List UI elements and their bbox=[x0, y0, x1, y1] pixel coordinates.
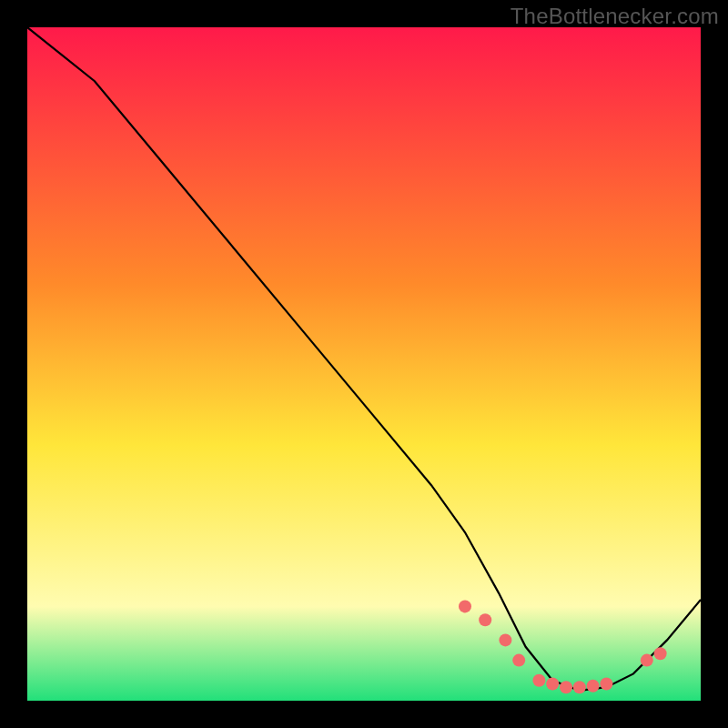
data-point bbox=[532, 674, 545, 687]
data-point bbox=[600, 678, 612, 691]
data-point bbox=[560, 681, 572, 693]
watermark-text: TheBottlenecker.com bbox=[511, 4, 719, 29]
data-point bbox=[546, 678, 559, 691]
data-point bbox=[459, 600, 471, 612]
gradient-background bbox=[27, 27, 701, 701]
data-point bbox=[587, 680, 600, 693]
data-point bbox=[512, 654, 525, 667]
data-point bbox=[499, 633, 511, 646]
data-point bbox=[654, 647, 667, 660]
bottleneck-chart bbox=[27, 27, 701, 701]
chart-frame: TheBottlenecker.com bbox=[0, 0, 728, 728]
data-point bbox=[641, 654, 653, 667]
data-point bbox=[479, 613, 491, 626]
data-point bbox=[573, 681, 586, 693]
